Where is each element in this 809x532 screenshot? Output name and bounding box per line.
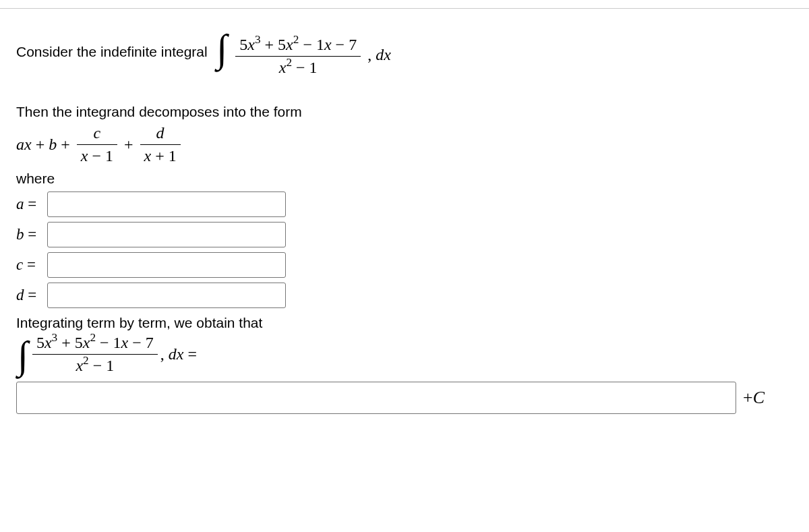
- where-text: where: [16, 171, 793, 187]
- integral-expression: ∫ 5x3 + 5x2 − 1x − 7 x2 − 1 , dx: [215, 28, 390, 77]
- plus-sign: +: [120, 136, 138, 154]
- input-d[interactable]: [47, 283, 286, 308]
- frac-d-den: x + 1: [140, 147, 181, 165]
- frac-d-num: d: [156, 124, 164, 142]
- integral-sign-2: ∫: [18, 336, 28, 375]
- integrand-fraction-2: 5x3 + 5x2 − 1x − 7 x2 − 1: [32, 334, 158, 375]
- problem-content: Consider the indefinite integral ∫ 5x3 +…: [0, 9, 809, 414]
- row-c: c =: [16, 252, 793, 278]
- integrand-fraction: 5x3 + 5x2 − 1x − 7 x2 − 1: [235, 36, 361, 77]
- row-a: a =: [16, 191, 793, 217]
- denominator: x2 − 1: [275, 59, 322, 77]
- denominator-2: x2 − 1: [71, 357, 118, 375]
- dx-text: , dx: [367, 46, 391, 63]
- numerator: 5x3 + 5x2 − 1x − 7: [235, 36, 361, 54]
- decomposition-formula: ax + b + c x − 1 + d x + 1: [16, 124, 793, 165]
- frac-c-den: x − 1: [77, 147, 117, 165]
- intro-line: Consider the indefinite integral ∫ 5x3 +…: [16, 28, 793, 77]
- label-d: d =: [16, 287, 47, 304]
- plus-c-text: +C: [743, 388, 765, 408]
- integrating-text: Integrating term by term, we obtain that: [16, 315, 793, 331]
- result-integral: ∫ 5x3 + 5x2 − 1x − 7 x2 − 1 , dx =: [16, 334, 793, 375]
- space: [208, 44, 216, 60]
- dx-equals: , dx =: [160, 345, 197, 363]
- numerator-2: 5x3 + 5x2 − 1x − 7: [32, 334, 158, 352]
- row-b: b =: [16, 222, 793, 247]
- input-b[interactable]: [47, 222, 286, 247]
- input-c[interactable]: [47, 252, 286, 278]
- label-b: b =: [16, 226, 47, 243]
- frac-d: d x + 1: [140, 124, 181, 165]
- frac-c-num: c: [94, 124, 101, 142]
- label-c: c =: [16, 256, 47, 274]
- integral-sign: ∫: [216, 29, 227, 68]
- final-answer-row: +C: [16, 382, 793, 414]
- decompose-text: Then the integrand decomposes into the f…: [16, 104, 793, 120]
- input-a[interactable]: [47, 191, 286, 217]
- row-d: d =: [16, 283, 793, 308]
- input-antiderivative[interactable]: [16, 382, 736, 414]
- label-a: a =: [16, 196, 47, 213]
- intro-text: Consider the indefinite integral: [16, 44, 208, 60]
- ax-plus-b: ax + b +: [16, 136, 74, 154]
- frac-c: c x − 1: [77, 124, 117, 165]
